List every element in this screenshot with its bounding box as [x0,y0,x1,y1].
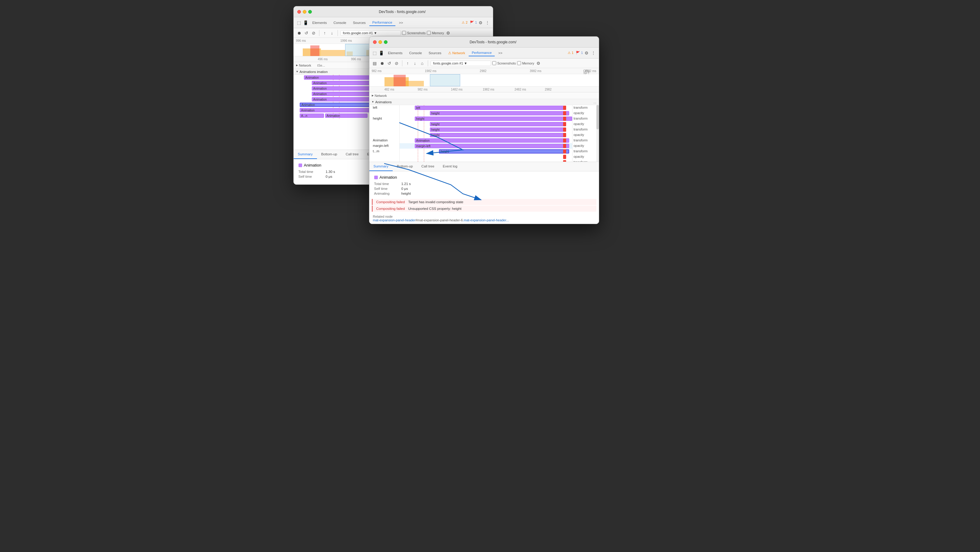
tab-calltree-2[interactable]: Call tree [417,162,439,171]
label-tm: t...m [369,149,399,154]
more-icon-1[interactable]: ⋮ [484,20,490,26]
mobile-icon[interactable]: 📱 [303,20,309,26]
tab-performance-1[interactable]: Performance [369,19,395,26]
anim-bar-an[interactable]: A...n [300,113,324,118]
minimize-button-2[interactable] [379,40,382,44]
network-label-1: Network [299,64,311,67]
tab-bottomup-2[interactable]: Bottom-up [393,162,417,171]
close-button-1[interactable] [297,10,301,14]
screenshots-checkbox-1[interactable]: Screenshots [402,31,426,35]
memory-checkbox-1[interactable]: Memory [427,31,444,35]
bar-animation[interactable]: Animation [415,138,569,143]
animations-label-2: Animations [375,100,391,104]
label-margin-left: margin-left [369,143,399,149]
tab-elements-1[interactable]: Elements [309,20,330,26]
maximize-button-2[interactable] [384,40,388,44]
window-title-2: DevTools - fonts.google.com/ [391,40,595,44]
bar-left[interactable]: left [415,106,566,110]
total-time-key-1: Total time [299,170,320,173]
title-bar-2: DevTools - fonts.google.com/ [369,37,599,48]
bar-height-2[interactable]: height [415,116,572,121]
upload-icon-2[interactable]: ↑ [405,60,411,66]
related-node-key: Related node [373,215,393,218]
maximize-button-1[interactable] [308,10,312,14]
self-time-key-1: Self time [299,175,320,178]
animating-key: Animating [374,192,395,195]
timeline-selection-2 [430,74,460,86]
close-button-2[interactable] [373,40,377,44]
tab-sources-1[interactable]: Sources [350,20,369,26]
related-node-row: Related node mat-expansion-panel-header#… [369,213,599,224]
summary-row-total-2: Total time 1.21 s [374,182,594,186]
record-icon-1[interactable]: ⏺ [296,30,302,36]
url-bar-1[interactable]: fonts.google.com #1 ▼ [340,30,401,36]
url-bar-2[interactable]: fonts.google.com #1 ▼ [431,60,491,66]
tab-more-1[interactable]: >> [396,20,406,26]
scrollbar-2[interactable] [597,105,599,162]
mobile-icon-2[interactable]: 📱 [379,50,385,56]
right-labels-col: transform opacity transform opacity tran… [572,105,597,162]
animation-color-2 [374,176,378,179]
timeline-area-2: 982 ms 1982 ms 2982 3982 ms 4982 ms CPU … [369,68,599,92]
download-icon-2[interactable]: ↓ [412,60,418,66]
margin-left-row: margin-left [399,143,572,149]
settings-icon-2[interactable]: ⚙ [584,50,590,56]
bar-margin-left[interactable]: margin-left [415,144,569,148]
top-ruler-2: 982 ms 1982 ms 2982 3982 ms 4982 ms CPU … [369,68,599,74]
upload-icon-1[interactable]: ↑ [322,30,328,36]
clear-icon-2[interactable]: ⊘ [394,60,399,66]
tab-console-1[interactable]: Console [330,20,349,26]
compositing-row-1: Compositing failed Target has invalid co… [372,199,597,205]
more-icon-2[interactable]: ⋮ [590,50,597,56]
screenshots-checkbox-2[interactable]: Screenshots [492,61,516,65]
record-icon-2[interactable]: ⏺ [379,60,385,66]
sidebar-icon-2[interactable]: ▤ [372,60,378,66]
memory-checkbox-2[interactable]: Memory [517,61,535,65]
tab-more-2[interactable]: >> [495,50,505,56]
animation-name-1: Animation [304,163,321,167]
total-time-val-1: 1.30 s [326,170,335,173]
settings-icon-record-1[interactable]: ⚙ [445,30,451,36]
timeline-tracks-2: 482 ms 982 ms 1482 ms 1982 ms 2482 ms 29… [369,74,599,92]
bar-height-4[interactable]: height [430,127,566,132]
traffic-lights-1 [297,10,312,14]
tab-summary-2[interactable]: Summary [369,162,393,171]
bar-height-1[interactable]: height [430,111,569,115]
compositing-val-1: Target has invalid compositing state [408,200,463,204]
bar-height-3[interactable]: height [430,122,566,126]
scrollbar-thumb-2[interactable] [597,105,599,129]
bar-height-5[interactable]: height [430,133,566,137]
minimize-button-1[interactable] [303,10,306,14]
reload-icon-2[interactable]: ↺ [386,60,392,66]
cursor-icon-2[interactable]: ⬚ [372,50,378,56]
bar-height-selected[interactable]: height [439,149,569,154]
tab-calltree-1[interactable]: Call tree [342,150,363,159]
tab-network-2[interactable]: ⚠ Network [445,50,468,56]
reload-icon-1[interactable]: ↺ [303,30,309,36]
tabs-toolbar-2: ⬚ 📱 Elements Console Sources ⚠ Network P… [369,48,599,59]
more-options-2[interactable]: ... [593,100,596,104]
bottom-ruler-2: 482 ms 982 ms 1482 ms 1982 ms 2482 ms 29… [369,86,599,92]
tab-bottomup-1[interactable]: Bottom-up [317,150,342,159]
settings-icon-1[interactable]: ⚙ [478,20,484,26]
tab-sources-2[interactable]: Sources [426,50,444,56]
title-bar-1: DevTools - fonts.google.com/ [294,6,493,17]
summary-content-2: Animation Total time 1.21 s Self time 0 … [369,172,599,199]
traffic-lights-2 [373,40,388,44]
cursor-icon[interactable]: ⬚ [296,20,302,26]
summary-panel-2: Summary Bottom-up Call tree Event log An… [369,162,599,224]
network-row-2: ▶ Network [369,92,599,99]
settings-icon-record-2[interactable]: ⚙ [535,60,541,66]
tab-elements-2[interactable]: Elements [385,50,406,56]
tab-performance-2[interactable]: Performance [469,50,495,56]
compositing-errors: Compositing failed Target has invalid co… [372,199,597,212]
home-icon-2[interactable]: ⌂ [419,60,425,66]
tab-eventlog-2[interactable]: Event log [439,162,462,171]
related-node-link[interactable]: mat-expansion-panel-header#mat-expansion… [373,218,509,222]
tab-console-2[interactable]: Console [406,50,425,56]
tab-summary-1[interactable]: Summary [294,150,317,159]
window-title-1: DevTools - fonts.google.com/ [315,10,489,14]
download-icon-1[interactable]: ↓ [329,30,335,36]
anim-bar-animation[interactable]: Animation [325,113,368,118]
clear-icon-1[interactable]: ⊘ [310,30,317,36]
